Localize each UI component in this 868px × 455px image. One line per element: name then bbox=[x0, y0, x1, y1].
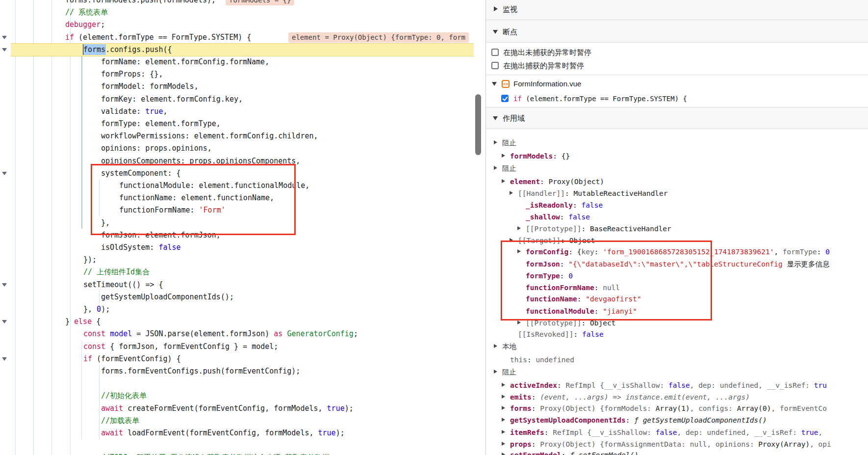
scope-row[interactable]: forms: Proxy(Object) {formModels: Array(… bbox=[486, 403, 868, 413]
code-line[interactable]: if (formEventConfig) { bbox=[0, 353, 474, 366]
fold-marker-icon[interactable] bbox=[2, 36, 7, 39]
scope-row[interactable]: activeIndex: RefImpl {__v_isShallow: fal… bbox=[486, 380, 868, 390]
scope-row-text: element: Proxy(Object) bbox=[510, 177, 604, 187]
code-line[interactable]: //加载表单 bbox=[0, 415, 474, 428]
code-line[interactable]: getSystemUploadComponentIds(); bbox=[0, 291, 474, 304]
code-line[interactable]: forms.configs.push({ bbox=[0, 44, 474, 56]
disclosure-triangle-icon[interactable] bbox=[494, 344, 497, 348]
disclosure-triangle-icon[interactable] bbox=[502, 383, 505, 387]
scope-row[interactable]: 本地 bbox=[486, 342, 868, 351]
separator bbox=[486, 75, 868, 75]
scope-segment: ƒ setFormModel() bbox=[570, 451, 638, 455]
watch-section-header[interactable]: 监视 bbox=[486, 0, 868, 20]
code-line[interactable]: validate: true, bbox=[0, 106, 474, 118]
code-line[interactable]: formProps: {}, bbox=[0, 68, 474, 81]
code-segment: forms.formModels.push(formModels); bbox=[65, 0, 216, 4]
code-segment: .configs.push({ bbox=[105, 45, 172, 54]
code-line[interactable]: formKey: element.formConfig.key, bbox=[0, 93, 474, 106]
scope-row-text: emits: (event, ...args) => instance.emit… bbox=[510, 392, 750, 402]
disclosure-triangle-icon[interactable] bbox=[517, 321, 521, 324]
breakpoint-entry-code[interactable]: if (element.formType == FormType.SYSTEM)… bbox=[513, 94, 857, 104]
breakpoint-enabled-checkbox[interactable] bbox=[501, 95, 509, 102]
disclosure-triangle-icon[interactable] bbox=[502, 442, 505, 446]
pause-on-caught-exceptions-label[interactable]: 在抛出捕获的异常时暂停 bbox=[503, 61, 584, 71]
code-line[interactable]: setTimeout(() => { bbox=[0, 279, 474, 292]
scrollbar-thumb[interactable] bbox=[475, 94, 481, 155]
scope-segment: [[Prototype]] bbox=[526, 225, 582, 233]
fold-marker-icon[interactable] bbox=[2, 172, 7, 175]
disclosure-triangle-icon[interactable] bbox=[502, 395, 505, 399]
code-line[interactable]: forms.formEventConfigs.push(formEventCon… bbox=[0, 365, 474, 378]
disclosure-triangle-icon[interactable] bbox=[517, 226, 521, 230]
disclosure-triangle-icon[interactable] bbox=[502, 418, 505, 422]
pause-on-uncaught-exceptions-label[interactable]: 在抛出未捕获的异常时暂停 bbox=[503, 48, 591, 57]
code-segment: { bbox=[92, 317, 101, 326]
code-line[interactable]: //初始化表单 bbox=[0, 390, 474, 402]
code-segment: (formEventConfig) { bbox=[92, 354, 181, 363]
fold-marker-icon[interactable] bbox=[2, 320, 7, 323]
scope-segment: : bbox=[544, 428, 553, 436]
scope-row[interactable]: props: Proxy(Object) {formAssignmentData… bbox=[486, 439, 868, 449]
code-line[interactable]: workflowPermissions: element.formConfig.… bbox=[0, 130, 474, 143]
scope-segment: BaseReactiveHandler bbox=[590, 225, 671, 233]
code-line[interactable]: formName: element.formConfig.formName, bbox=[0, 56, 474, 69]
scope-row[interactable]: this: undefined bbox=[486, 355, 868, 365]
disclosure-triangle-icon[interactable] bbox=[510, 191, 513, 195]
pause-on-caught-exceptions-checkbox[interactable] bbox=[491, 62, 499, 69]
scope-segment: , opinions: bbox=[707, 440, 759, 448]
disclosure-triangle-icon[interactable] bbox=[494, 140, 497, 144]
scope-section-header[interactable]: 作用域 bbox=[486, 107, 868, 129]
disclosure-triangle-icon[interactable] bbox=[494, 166, 497, 170]
pause-on-uncaught-exceptions-checkbox[interactable] bbox=[491, 49, 499, 56]
scope-row[interactable]: getSystemUploadComponentIds: ƒ getSystem… bbox=[486, 415, 868, 425]
scope-row[interactable]: _isReadonly: false bbox=[486, 200, 868, 210]
disclosure-triangle-icon[interactable] bbox=[502, 453, 505, 455]
scope-segment: Proxy(Object) {formAssignmentData: bbox=[540, 440, 690, 448]
disclosure-triangle-icon[interactable] bbox=[494, 370, 497, 374]
code-line[interactable]: } else { bbox=[0, 316, 474, 328]
code-line[interactable]: await loadFormEvent(formEventConfig, for… bbox=[0, 427, 474, 440]
code-line[interactable]: // 上传组件Id集合 bbox=[0, 266, 474, 279]
scope-row[interactable]: formModels: {} bbox=[486, 151, 868, 161]
code-line[interactable]: if (element.formType == FormType.SYSTEM)… bbox=[0, 31, 474, 44]
scope-row[interactable]: 阻止 bbox=[486, 163, 868, 173]
scope-row[interactable]: [[Handler]]: MutableReactiveHandler bbox=[486, 188, 868, 198]
fold-marker-icon[interactable] bbox=[2, 357, 7, 361]
code-line[interactable]: forms.formModels.push(formModels);formMo… bbox=[0, 0, 474, 7]
code-segment: }, bbox=[83, 305, 97, 314]
scope-row[interactable]: element: Proxy(Object) bbox=[486, 177, 868, 187]
code-line[interactable]: }, 0); bbox=[0, 303, 474, 316]
code-line[interactable]: opinions: props.opinions, bbox=[0, 142, 474, 155]
code-line[interactable]: isOldSystem: false bbox=[0, 241, 474, 254]
editor-vertical-scrollbar[interactable] bbox=[474, 0, 485, 455]
fold-marker-icon[interactable] bbox=[2, 283, 7, 287]
code-line[interactable]: await createFormEvent(formEventConfig, f… bbox=[0, 402, 474, 415]
code-line[interactable]: const model = JSON.parse(element.formJso… bbox=[0, 328, 474, 341]
code-line[interactable]: formModel: formModels, bbox=[0, 80, 474, 93]
disclosure-triangle-icon[interactable] bbox=[502, 154, 505, 158]
code-line[interactable]: formType: element.formType, bbox=[0, 118, 474, 131]
code-segment: }); bbox=[83, 255, 97, 264]
scope-segment: element bbox=[510, 178, 540, 186]
code-line[interactable]: debugger; bbox=[0, 19, 474, 31]
scope-row[interactable]: [[IsRevoked]]: false bbox=[486, 329, 868, 339]
code-segment: (element.formType == FormType.SYSTEM) { bbox=[74, 33, 251, 42]
disclosure-triangle-icon[interactable] bbox=[502, 430, 505, 434]
scope-row[interactable]: [[Prototype]]: BaseReactiveHandler bbox=[486, 224, 868, 234]
scope-row[interactable]: setFormModel: ƒ setFormModel() bbox=[486, 450, 868, 455]
code-line[interactable]: //TODO: 暂不放开,工作流没有获取表单数据这个步骤,获取表单数据 bbox=[0, 452, 474, 455]
code-line[interactable]: // 系统表单 bbox=[0, 6, 474, 19]
scope-row[interactable]: emits: (event, ...args) => instance.emit… bbox=[486, 392, 868, 402]
code-line[interactable]: }); bbox=[0, 254, 474, 267]
annotation-rectangle-scope bbox=[501, 241, 712, 321]
scope-row[interactable]: 阻止 bbox=[486, 138, 868, 148]
code-line[interactable]: const { formJson, formEventConfig } = mo… bbox=[0, 341, 474, 353]
disclosure-triangle-icon[interactable] bbox=[502, 179, 505, 183]
breakpoints-section-header[interactable]: 断点 bbox=[486, 20, 868, 43]
scope-row-text: this: undefined bbox=[510, 355, 574, 365]
fold-marker-icon[interactable] bbox=[2, 48, 7, 52]
scope-row[interactable]: 阻止 bbox=[486, 367, 868, 377]
disclosure-triangle-icon[interactable] bbox=[502, 406, 505, 410]
scope-row[interactable]: itemRefs: RefImpl {__v_isShallow: false,… bbox=[486, 428, 868, 437]
scope-row[interactable]: _shallow: false bbox=[486, 212, 868, 222]
